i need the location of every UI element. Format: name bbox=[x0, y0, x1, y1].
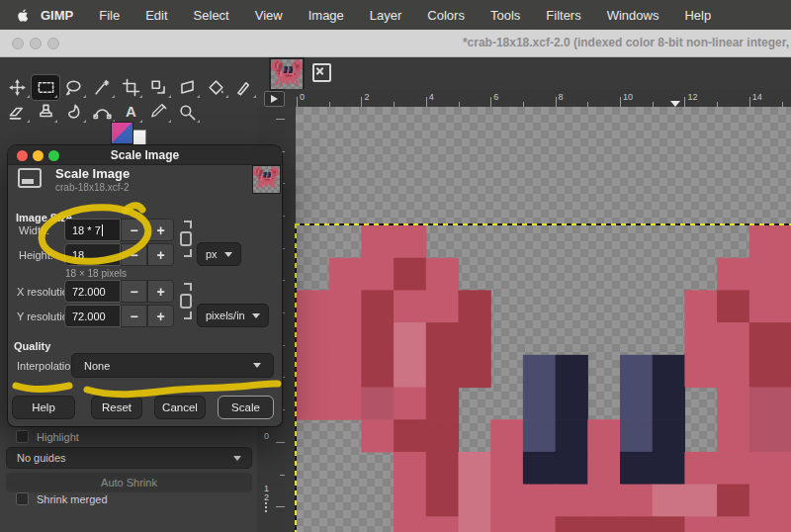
ruler-tick bbox=[361, 97, 362, 107]
ruler-corner-menu-button[interactable] bbox=[264, 91, 285, 107]
dialog-crab-preview bbox=[253, 166, 279, 192]
menu-item-select[interactable]: Select bbox=[194, 8, 229, 23]
width-decrease-button[interactable]: − bbox=[121, 219, 147, 241]
resolution-unit-dropdown[interactable]: pixels/in bbox=[197, 304, 269, 327]
height-decrease-button[interactable]: − bbox=[121, 243, 147, 266]
y-resolution-input[interactable]: 72.000 bbox=[64, 305, 121, 327]
menu-item-colors[interactable]: Colors bbox=[427, 8, 465, 23]
menu-item-layer[interactable]: Layer bbox=[370, 8, 402, 23]
resolution-chain-link-icon[interactable] bbox=[179, 283, 195, 319]
dialog-header-subtitle: crab-18x18.xcf-2 bbox=[55, 182, 129, 193]
window-zoom-button[interactable] bbox=[47, 38, 59, 49]
dialog-image-thumbnail bbox=[252, 165, 281, 194]
tool-smudge[interactable] bbox=[59, 100, 88, 125]
ruler-h-label: 12 bbox=[687, 92, 697, 102]
tool-bucket-fill[interactable] bbox=[202, 75, 230, 100]
interpolation-dropdown[interactable]: None bbox=[71, 353, 274, 378]
size-unit-dropdown[interactable]: px bbox=[197, 242, 241, 266]
tool-free-select[interactable] bbox=[59, 75, 88, 100]
foreground-color-swatch[interactable] bbox=[111, 122, 133, 144]
guides-value: No guides bbox=[17, 452, 66, 464]
menu-item-image[interactable]: Image bbox=[308, 8, 344, 23]
ruler-h-label: 0 bbox=[300, 92, 305, 102]
tab-checker bbox=[271, 59, 303, 89]
apple-icon[interactable] bbox=[16, 8, 31, 23]
tool-unified-transform[interactable] bbox=[144, 75, 173, 100]
ruler-tick bbox=[490, 97, 491, 107]
x-res-increase-button[interactable]: + bbox=[147, 280, 174, 303]
tool-paintbrush[interactable] bbox=[230, 75, 259, 100]
paintbrush-icon bbox=[233, 78, 254, 97]
height-increase-button[interactable]: + bbox=[147, 243, 174, 266]
menu-item-tools[interactable]: Tools bbox=[490, 8, 520, 23]
width-input[interactable]: 18 * 7 bbox=[64, 219, 121, 241]
ruler-tick bbox=[276, 506, 285, 507]
chevron-down-icon bbox=[233, 456, 241, 461]
new-image-tab-icon[interactable] bbox=[312, 63, 331, 82]
minus-icon: − bbox=[130, 310, 137, 323]
ruler-h-label: 14 bbox=[752, 92, 762, 102]
tool-handle-transform[interactable] bbox=[173, 75, 202, 100]
scale-image-dialog: Scale Image Scale Image crab-18x18.xcf-2… bbox=[8, 145, 282, 426]
tool-rectangle-select[interactable] bbox=[32, 75, 60, 100]
ruler-h-label: 6 bbox=[493, 92, 498, 102]
minus-icon: − bbox=[130, 248, 137, 262]
crab-pixel-art bbox=[297, 225, 791, 532]
ruler-tick bbox=[556, 97, 557, 107]
y-res-increase-button[interactable]: + bbox=[147, 305, 174, 327]
minus-icon: − bbox=[130, 285, 137, 299]
x-res-decrease-button[interactable]: − bbox=[121, 280, 147, 303]
color-picker-icon bbox=[148, 103, 169, 122]
width-label: Width: bbox=[19, 224, 49, 236]
y-res-decrease-button[interactable]: − bbox=[121, 305, 147, 327]
foreground-background-swatch[interactable] bbox=[111, 122, 150, 147]
cancel-button[interactable]: Cancel bbox=[154, 396, 206, 419]
reset-label: Reset bbox=[102, 401, 132, 413]
tool-eraser[interactable] bbox=[3, 100, 32, 125]
tab-crab-preview bbox=[271, 59, 303, 89]
guides-dropdown[interactable]: No guides bbox=[6, 447, 252, 469]
scale-button[interactable]: Scale bbox=[218, 396, 274, 419]
ruler-tick bbox=[276, 442, 285, 443]
gimp-application-window: GIMPFileEditSelectViewImageLayerColorsTo… bbox=[0, 0, 791, 532]
chevron-down-icon bbox=[224, 252, 232, 257]
horizontal-ruler[interactable]: 02468101214 bbox=[285, 89, 791, 108]
window-minimize-button[interactable] bbox=[30, 38, 42, 49]
menu-item-windows[interactable]: Windows bbox=[607, 8, 659, 23]
window-title-bar[interactable]: *crab-18x18.xcf-2.0 (indexed color 8-bit… bbox=[0, 30, 791, 57]
highlight-checkbox[interactable] bbox=[16, 430, 29, 443]
width-increase-button[interactable]: + bbox=[147, 219, 174, 241]
resolution-unit-value: pixels/in bbox=[206, 310, 245, 321]
tool-crop[interactable] bbox=[117, 75, 145, 100]
tool-clone[interactable] bbox=[32, 100, 60, 125]
ruler-tick bbox=[684, 97, 685, 107]
menu-item-help[interactable]: Help bbox=[684, 8, 711, 23]
window-close-button[interactable] bbox=[12, 38, 24, 49]
menu-item-filters[interactable]: Filters bbox=[546, 8, 580, 23]
minus-icon: − bbox=[130, 223, 137, 237]
ruler-tick bbox=[276, 119, 285, 120]
dialog-title-bar[interactable]: Scale Image bbox=[8, 145, 282, 165]
width-value: 18 * 7 bbox=[72, 224, 101, 236]
x-resolution-input[interactable]: 72.000 bbox=[64, 280, 121, 303]
move-icon bbox=[7, 78, 28, 97]
tool-fuzzy-select[interactable] bbox=[88, 75, 117, 100]
y-resolution-value: 72.000 bbox=[72, 310, 106, 322]
pixels-note: 18 × 18 pixels bbox=[65, 268, 127, 279]
fuzzy-select-icon bbox=[92, 78, 113, 97]
zoom-icon bbox=[177, 103, 198, 122]
image-tab-thumbnail[interactable] bbox=[269, 57, 305, 91]
menu-item-file[interactable]: File bbox=[99, 8, 120, 23]
menu-item-view[interactable]: View bbox=[255, 8, 283, 23]
auto-shrink-button[interactable]: Auto Shrink bbox=[6, 473, 252, 492]
menu-item-gimp[interactable]: GIMP bbox=[41, 8, 73, 23]
tool-zoom[interactable] bbox=[173, 100, 202, 125]
help-button[interactable]: Help bbox=[12, 396, 75, 419]
tool-move[interactable] bbox=[3, 75, 32, 100]
height-input[interactable]: 18 bbox=[64, 243, 121, 266]
reset-button[interactable]: Reset bbox=[91, 396, 142, 419]
shrink-merged-checkbox[interactable] bbox=[16, 492, 29, 505]
menu-item-edit[interactable]: Edit bbox=[145, 8, 167, 23]
size-chain-link-icon[interactable] bbox=[179, 221, 195, 257]
image-canvas[interactable] bbox=[285, 107, 791, 532]
